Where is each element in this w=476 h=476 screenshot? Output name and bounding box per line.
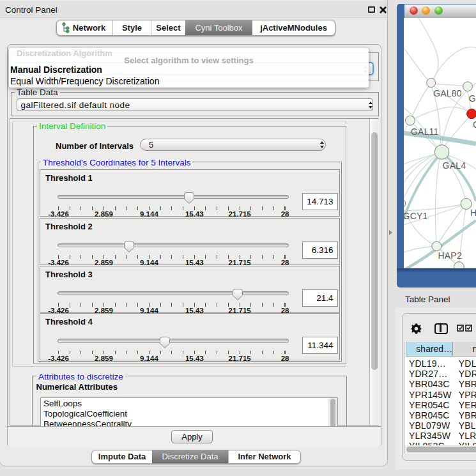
svg-text:GAL80: GAL80 <box>433 88 462 98</box>
svg-text:H: H <box>470 208 476 218</box>
svg-text:GA: GA <box>469 93 476 104</box>
svg-text:GAL4: GAL4 <box>443 160 466 171</box>
svg-text:C: C <box>473 119 476 130</box>
svg-text:HAP2: HAP2 <box>438 250 462 261</box>
svg-text:GCY1: GCY1 <box>404 211 428 221</box>
svg-text:GAL11: GAL11 <box>411 127 439 137</box>
